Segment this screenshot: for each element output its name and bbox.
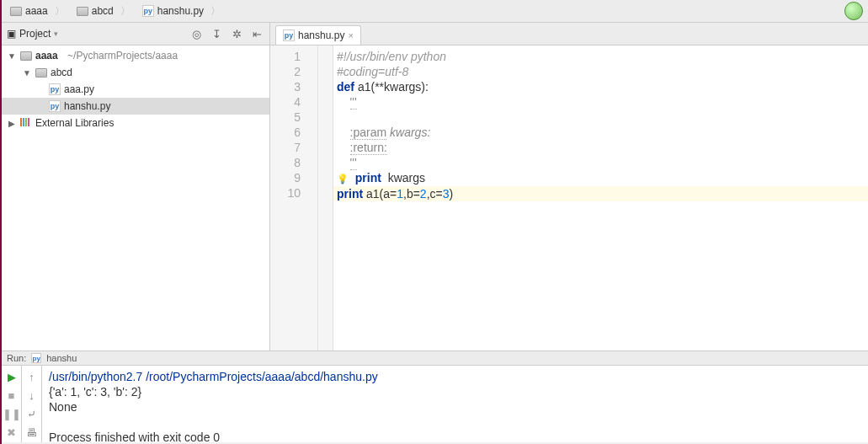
chevron-right-icon: 〉 <box>120 4 130 19</box>
folder-icon <box>20 51 32 61</box>
python-file-icon: py <box>49 100 61 112</box>
expand-arrow-icon[interactable]: ▶ <box>7 119 17 128</box>
project-tree: ▼aaaa ~/PycharmProjects/aaaa ▼abcd pyaaa… <box>2 45 269 350</box>
chevron-right-icon: 〉 <box>55 4 65 19</box>
run-header: Run: py hanshu <box>2 350 868 366</box>
hide-icon[interactable]: ⇤ <box>249 26 264 41</box>
close-run-icon[interactable]: ✖ <box>4 425 19 440</box>
project-sidebar: ▣Project▾ ◎ ↧ ✲ ⇤ ▼aaaa ~/PycharmProject… <box>2 23 270 350</box>
print-icon[interactable]: 🖶 <box>24 425 40 440</box>
folder-icon <box>77 7 88 16</box>
bulb-icon[interactable]: 💡 <box>337 174 349 184</box>
pause-icon[interactable]: ❚❚ <box>4 406 19 421</box>
expand-arrow-icon[interactable]: ▼ <box>7 51 17 61</box>
run-toolbar-right: ↑ ↓ ⤶ 🖶 <box>22 366 42 442</box>
dropdown-icon[interactable]: ▾ <box>54 29 58 38</box>
project-view-icon: ▣ <box>7 28 16 40</box>
tree-external-libs[interactable]: ▶External Libraries <box>2 115 269 131</box>
breadcrumb-item[interactable]: abcd〉 <box>72 3 136 20</box>
code-content[interactable]: #!/usr/bin/env python #coding=utf-8 def … <box>333 45 868 350</box>
tree-folder[interactable]: ▼abcd <box>2 64 269 81</box>
breadcrumb-item[interactable]: aaaa〉 <box>5 3 70 20</box>
line-gutter: 12345678910 <box>270 45 318 350</box>
run-panel: ▶ ■ ❚❚ ✖ ↑ ↓ ⤶ 🖶 /usr/bin/python2.7 /roo… <box>2 366 868 442</box>
console-output[interactable]: /usr/bin/python2.7 /root/PycharmProjects… <box>42 366 868 442</box>
editor-tabs: pyhanshu.py× <box>270 23 868 45</box>
collapse-icon[interactable]: ↧ <box>209 26 224 41</box>
expand-arrow-icon[interactable]: ▼ <box>22 68 32 78</box>
rerun-icon[interactable]: ▶ <box>4 369 19 384</box>
status-indicator <box>844 2 863 20</box>
up-icon[interactable]: ↑ <box>24 369 40 384</box>
down-icon[interactable]: ↓ <box>24 388 40 403</box>
tree-project-root[interactable]: ▼aaaa ~/PycharmProjects/aaaa <box>2 47 269 64</box>
breadcrumb: aaaa〉 abcd〉 pyhanshu.py〉 <box>2 0 868 23</box>
python-file-icon: py <box>31 353 41 363</box>
run-toolbar-left: ▶ ■ ❚❚ ✖ <box>2 366 22 442</box>
fold-gutter <box>318 45 333 350</box>
close-icon[interactable]: × <box>348 30 353 40</box>
editor-pane: pyhanshu.py× 12345678910 #!/usr/bin/env … <box>270 23 868 350</box>
autoscroll-icon[interactable]: ◎ <box>189 26 204 41</box>
gear-icon[interactable]: ✲ <box>229 26 244 41</box>
library-icon <box>20 117 32 129</box>
editor-tab[interactable]: pyhanshu.py× <box>275 25 361 45</box>
breadcrumb-item[interactable]: pyhanshu.py〉 <box>137 3 226 20</box>
folder-icon <box>35 68 47 78</box>
chevron-right-icon: 〉 <box>210 4 221 19</box>
python-file-icon: py <box>283 29 295 41</box>
tree-file-selected[interactable]: pyhanshu.py <box>2 98 269 115</box>
stop-icon[interactable]: ■ <box>4 388 19 403</box>
code-area[interactable]: 12345678910 #!/usr/bin/env python #codin… <box>270 45 868 350</box>
tree-file[interactable]: pyaaa.py <box>2 81 269 98</box>
soft-wrap-icon[interactable]: ⤶ <box>24 406 40 421</box>
folder-icon <box>10 7 22 16</box>
python-file-icon: py <box>142 5 154 17</box>
python-file-icon: py <box>49 83 61 95</box>
sidebar-header: ▣Project▾ ◎ ↧ ✲ ⇤ <box>2 23 269 45</box>
sidebar-title: Project <box>19 28 51 40</box>
